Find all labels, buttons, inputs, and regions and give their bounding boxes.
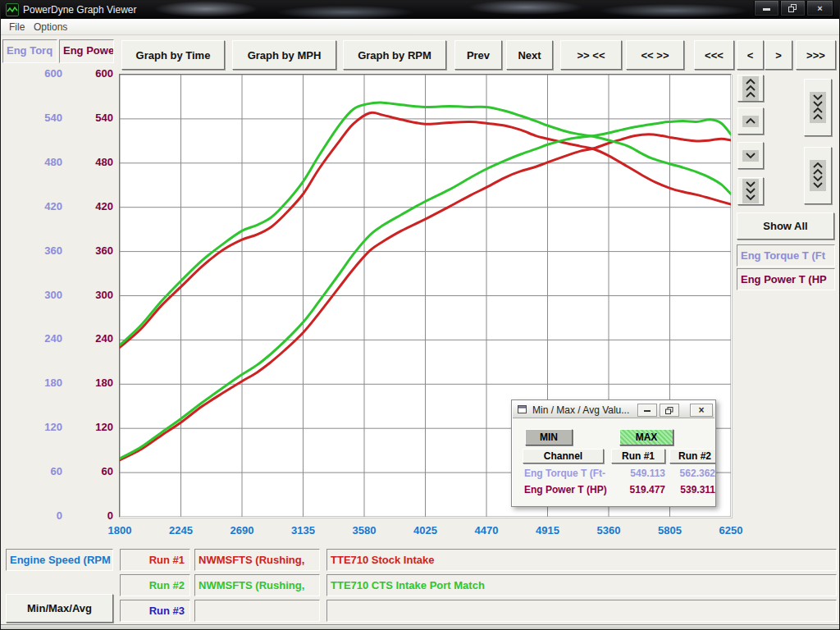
channel-box-power[interactable]: Eng Power T (HP [737,268,835,290]
minmax-column-run-1[interactable]: Run #1 [611,449,665,463]
scale-converge-icon [810,92,826,123]
torque-tick-0: 0 [13,509,62,523]
popup-restore-icon [665,407,673,414]
rpm-tick-3580: 3580 [336,524,393,537]
rpm-tick-1800: 1800 [91,524,148,537]
restore-button[interactable] [780,1,806,16]
menu-bar: File Options [1,19,840,35]
toolbar-button-prev[interactable]: Prev [454,40,502,70]
toolbar-button-next[interactable]: Next [506,40,553,70]
run-3-description-field[interactable] [326,600,837,622]
minmax-popup-window[interactable]: Min / Max / Avg Valu... × MIN MAX Channe… [511,399,716,507]
toolbar-button-zoom-in-pair[interactable]: >> << [560,40,622,70]
app-icon [6,3,19,16]
rpm-tick-6250: 6250 [702,524,760,537]
window-title: PowerDyne Graph Viewer [23,4,137,16]
power-axis-selector[interactable]: Eng Power [59,39,114,63]
torque-tick-240: 240 [13,332,62,345]
minmax-row-channel: Eng Power T (HP) [524,484,609,497]
channel-box-torque[interactable]: Eng Torque T (Ft [737,244,835,267]
torque-tick-360: 360 [13,244,62,258]
rpm-tick-4470: 4470 [458,524,515,537]
close-button[interactable]: × [806,1,833,16]
scale-down-icon [742,150,759,162]
minmax-avg-button[interactable]: Min/Max/Avg [6,594,113,623]
toolbar-button-graph-by-mph[interactable]: Graph by MPH [232,40,336,70]
toolbar-button-scroll-far-left[interactable]: <<< [694,40,734,70]
minmax-row-run1-value: 519.477 [611,484,665,497]
scale-button-chevrons-diverge[interactable] [804,147,832,204]
scale-button-chevron-down[interactable] [737,142,764,169]
minmax-row-run1-value: 549.113 [611,468,665,481]
minmax-row-run2-value: 539.311 [669,484,715,497]
run-2-description-field[interactable]: TTE710 CTS Intake Port Match [326,574,837,596]
power-axis-label: Eng Power [63,44,114,57]
max-toggle-button[interactable]: MAX [619,429,673,445]
menu-file[interactable]: File [4,21,30,34]
run-label-3[interactable]: Run #3 [120,600,190,622]
power-tick-300: 300 [64,289,113,302]
power-tick-0: 0 [64,509,113,523]
rpm-tick-2690: 2690 [213,524,271,537]
scale-button-chevrons-down-triple[interactable] [737,177,764,205]
run-3-file-field[interactable] [194,600,320,622]
popup-minimize-icon [644,410,651,412]
power-tick-240: 240 [64,332,113,345]
popup-restore-button[interactable] [660,404,679,417]
run-2-file-field[interactable]: NWMSFTS (Rushing, [194,574,320,596]
title-bar[interactable]: PowerDyne Graph Viewer × [1,1,840,19]
rpm-tick-4915: 4915 [519,524,577,537]
toolbar-button-scroll-right[interactable]: > [765,40,792,70]
minmax-column-run-2[interactable]: Run #2 [669,449,716,463]
x-channel-box[interactable]: Engine Speed (RPM [6,549,113,571]
minmax-popup-title: Min / Max / Avg Valu... [532,404,629,416]
minmax-column-channel[interactable]: Channel [523,449,604,463]
min-toggle-button[interactable]: MIN [525,429,573,445]
minmax-row-channel: Eng Torque T (Ft- [524,468,609,481]
menu-options[interactable]: Options [29,21,72,34]
toolbar-button-scroll-far-right[interactable]: >>> [796,40,836,70]
popup-window-icon [518,404,528,414]
scale-button-chevron-up[interactable] [737,107,764,135]
rpm-tick-3135: 3135 [275,524,332,537]
minmax-popup-titlebar[interactable]: Min / Max / Avg Valu... × [513,401,714,418]
popup-minimize-button[interactable] [637,404,657,417]
torque-axis-label: Eng Torq [7,44,52,57]
toolbar-button-zoom-out-pair[interactable]: << >> [626,40,684,70]
power-tick-540: 540 [64,112,113,125]
run-1-file-field[interactable]: NWMSFTS (Rushing, [194,549,320,571]
popup-close-button[interactable]: × [690,404,713,417]
rpm-tick-5805: 5805 [641,524,699,537]
rpm-tick-5360: 5360 [580,524,637,537]
scale-button-chevrons-up-triple[interactable] [737,75,764,102]
torque-axis-selector[interactable]: Eng Torq [2,39,57,63]
window-bottom-frame [1,624,840,630]
power-tick-480: 480 [64,156,113,169]
torque-tick-480: 480 [13,156,62,169]
toolbar-button-graph-by-rpm[interactable]: Graph by RPM [343,40,446,70]
scale-button-chevrons-converge[interactable] [804,79,832,136]
toolbar-button-scroll-left[interactable]: < [737,40,764,70]
torque-tick-540: 540 [13,112,62,125]
channel-torque-label: Eng Torque T (Ft [741,249,825,262]
minimize-icon [763,8,770,11]
rpm-tick-4025: 4025 [397,524,454,537]
run-1-description-field[interactable]: TTE710 Stock Intake [326,549,837,571]
torque-tick-120: 120 [13,421,62,434]
torque-tick-60: 60 [13,465,62,478]
run-label-2[interactable]: Run #2 [120,574,190,596]
power-tick-120: 120 [64,421,113,434]
scale-diverge-icon [810,160,826,191]
run-label-1[interactable]: Run #1 [120,549,190,571]
torque-tick-180: 180 [13,377,62,390]
close-icon: × [817,3,822,13]
show-all-button[interactable]: Show All [737,212,834,240]
power-tick-60: 60 [64,465,113,478]
toolbar-button-graph-by-time[interactable]: Graph by Time [121,40,225,70]
torque-tick-420: 420 [13,200,62,213]
minimize-button[interactable] [754,1,779,16]
powerdyne-window: PowerDyne Graph Viewer × File Options En… [0,0,840,630]
scale-down-fast-icon [742,179,759,203]
minmax-row-run2-value: 562.362 [669,468,715,481]
torque-tick-300: 300 [13,289,62,302]
